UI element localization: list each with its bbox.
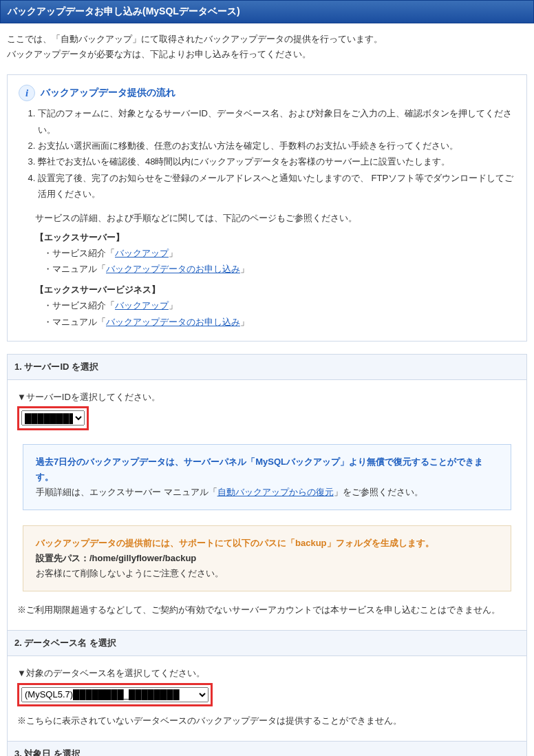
- orange-box-note: お客様にて削除しないようにご注意ください。: [36, 566, 498, 581]
- blue-box-text: 手順詳細は、エックスサーバー マニュアル「自動バックアップからの復元」をご参照く…: [36, 485, 498, 500]
- page-title: バックアップデータお申し込み(MySQLデータベース): [0, 0, 534, 23]
- blue-box-pre: 手順詳細は、エックスサーバー マニュアル「: [36, 487, 217, 497]
- line-prefix: ・サービス紹介「: [43, 248, 115, 258]
- info-icon: i: [19, 85, 35, 101]
- section-3-title: 3. 対象日 を選択: [8, 741, 526, 756]
- line-prefix: ・マニュアル「: [43, 264, 106, 274]
- info-group-head: 【エックスサーバー】: [35, 231, 515, 244]
- orange-warn-box: バックアップデータの提供前には、サポートにて以下のパスに「backup」フォルダ…: [23, 525, 511, 591]
- line-suffix: 」: [169, 300, 178, 311]
- backup-link[interactable]: バックアップ: [115, 248, 169, 258]
- blue-info-box: 過去7日分のバックアップデータは、サーバーパネル「MySQLバックアップ」より無…: [23, 444, 511, 510]
- blue-box-post: 」をご参照ください。: [334, 487, 423, 497]
- orange-path-value: /home/gillyflower/backup: [89, 553, 196, 563]
- line-prefix: ・サービス紹介「: [43, 300, 115, 311]
- manual-link[interactable]: バックアップデータのお申し込み: [106, 317, 240, 327]
- info-heading-text: バックアップデータ提供の流れ: [41, 87, 175, 99]
- section-1-body: ▼サーバーIDを選択してください。 ████████ 過去7日分のバックアップデ…: [8, 380, 526, 630]
- line-suffix: 」: [169, 248, 178, 258]
- info-step: 下記のフォームに、対象となるサーバーID、データベース名、および対象日をご入力の…: [38, 105, 515, 138]
- orange-box-path: 設置先パス：/home/gillyflower/backup: [36, 551, 498, 566]
- line-prefix: ・マニュアル「: [43, 317, 106, 327]
- info-group-head: 【エックスサーバービジネス】: [35, 284, 515, 296]
- line-suffix: 」: [240, 264, 249, 274]
- database-select[interactable]: (MySQL5.7)████████_████████: [21, 687, 209, 702]
- intro-block: ここでは、「自動バックアップ」にて取得されたバックアップデータの提供を行っていま…: [0, 23, 534, 74]
- info-panel: i バックアップデータ提供の流れ 下記のフォームに、対象となるサーバーID、デー…: [7, 74, 527, 342]
- section-2-body: ▼対象のデータベース名を選択してください。 (MySQL5.7)████████…: [8, 656, 526, 741]
- info-step: お支払い選択画面に移動後、任意のお支払い方法を確定し、手数料のお支払い手続きを行…: [38, 138, 515, 154]
- auto-backup-restore-link[interactable]: 自動バックアップからの復元: [217, 487, 334, 497]
- info-title: i バックアップデータ提供の流れ: [19, 85, 515, 101]
- section-1-title: 1. サーバーID を選択: [8, 355, 526, 380]
- section-2-note: ※こちらに表示されていないデータベースのバックアップデータは提供することができま…: [17, 713, 517, 728]
- info-group-line: ・マニュアル「バックアップデータのお申し込み」: [43, 261, 515, 277]
- info-step: 設置完了後、完了のお知らせをご登録のメールアドレスへと通知いたしますので、 FT…: [38, 170, 515, 202]
- intro-line-2: バックアップデータが必要な方は、下記よりお申し込みを行ってください。: [7, 47, 527, 62]
- orange-path-label: 設置先パス：: [36, 553, 89, 563]
- info-group-line: ・サービス紹介「バックアップ」: [43, 245, 515, 261]
- info-step: 弊社でお支払いを確認後、48時間以内にバックアップデータをお客様のサーバー上に設…: [38, 154, 515, 169]
- orange-box-title: バックアップデータの提供前には、サポートにて以下のパスに「backup」フォルダ…: [36, 536, 498, 551]
- database-label: ▼対象のデータベース名を選択してください。: [17, 666, 517, 681]
- database-highlight: (MySQL5.7)████████_████████: [17, 683, 213, 707]
- backup-link[interactable]: バックアップ: [115, 300, 169, 311]
- server-id-highlight: ████████: [17, 406, 89, 430]
- section-1-note: ※ご利用期限超過するなどして、ご契約が有効でないサーバーアカウントでは本サービス…: [17, 602, 517, 618]
- line-suffix: 」: [240, 317, 249, 327]
- intro-line-1: ここでは、「自動バックアップ」にて取得されたバックアップデータの提供を行っていま…: [7, 32, 527, 47]
- info-group-line: ・マニュアル「バックアップデータのお申し込み」: [43, 314, 515, 330]
- manual-link[interactable]: バックアップデータのお申し込み: [106, 264, 240, 274]
- section-2-title: 2. データベース名 を選択: [8, 630, 526, 656]
- info-group-line: ・サービス紹介「バックアップ」: [43, 297, 515, 313]
- form-section: 1. サーバーID を選択 ▼サーバーIDを選択してください。 ████████…: [7, 354, 527, 756]
- info-steps: 下記のフォームに、対象となるサーバーID、データベース名、および対象日をご入力の…: [38, 105, 515, 202]
- info-detail-line: サービスの詳細、および手順などに関しては、下記のページもご参照ください。: [35, 212, 515, 224]
- blue-box-title: 過去7日分のバックアップデータは、サーバーパネル「MySQLバックアップ」より無…: [36, 454, 498, 485]
- server-id-label: ▼サーバーIDを選択してください。: [17, 390, 517, 405]
- server-id-select[interactable]: ████████: [21, 410, 85, 426]
